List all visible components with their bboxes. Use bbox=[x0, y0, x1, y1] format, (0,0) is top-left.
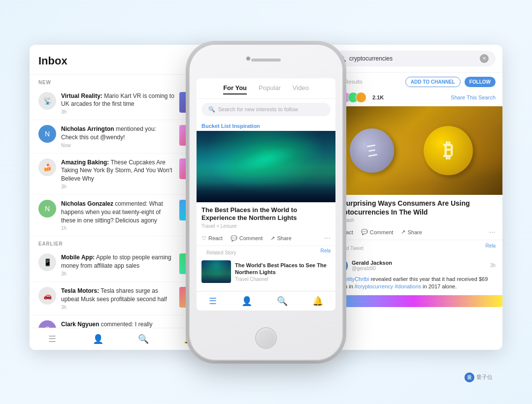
inbox-title: Inbox bbox=[38, 55, 203, 67]
share-search-link[interactable]: Share This Search bbox=[451, 94, 496, 100]
right-screen: 🔍 cryptocurrencies ✕ Best Results ADD TO… bbox=[325, 45, 502, 350]
tweet-name: Gerald Jackson bbox=[352, 260, 392, 266]
search-query-text: cryptocurrencies bbox=[349, 55, 393, 62]
phone-speaker bbox=[251, 59, 281, 62]
list-item[interactable]: 📱 Mobile App: Apple to stop people earni… bbox=[30, 249, 212, 282]
watermark-logo: 量 bbox=[465, 373, 474, 382]
share-icon: ↗ bbox=[270, 235, 275, 242]
comment-button[interactable]: 💬 Comment bbox=[231, 235, 263, 242]
react-button[interactable]: ♡ React bbox=[201, 235, 223, 242]
phone-nav-profile-icon[interactable]: 👤 bbox=[241, 296, 252, 307]
watermark-text: 量子位 bbox=[476, 373, 493, 381]
phone-card-body: The Best Places in the World to Experien… bbox=[197, 202, 335, 231]
list-item[interactable]: N Nicholas Gonzalez commented: What happ… bbox=[30, 195, 212, 236]
item-time: 3h bbox=[61, 109, 174, 115]
item-content: Virtual Reality: Mario Kart VR is coming… bbox=[61, 92, 174, 115]
phone-nav-home-icon[interactable]: ☰ bbox=[209, 296, 217, 307]
related-rela-link[interactable]: Rela bbox=[485, 243, 496, 249]
phone-search-bar[interactable]: 🔍 Search for new interests to follow bbox=[201, 103, 331, 116]
nav-inbox-icon[interactable]: ☰ bbox=[46, 333, 58, 345]
share-button[interactable]: ↗ Share bbox=[401, 229, 422, 235]
phone-search-placeholder: Search for new interests to follow bbox=[218, 106, 298, 112]
tweet-handle: @gerald90 bbox=[352, 266, 392, 271]
phone-card-title: The Best Places in the World to Experien… bbox=[201, 206, 331, 223]
comment-label: Comment bbox=[239, 235, 263, 241]
avatar: N bbox=[38, 125, 56, 143]
channel-row[interactable]: 2.1K Share This Search bbox=[325, 89, 502, 106]
item-time: 3h bbox=[61, 271, 174, 277]
avatar: 📱 bbox=[38, 253, 56, 271]
more-button[interactable]: ··· bbox=[489, 228, 496, 237]
related-link[interactable]: Rela bbox=[320, 248, 331, 256]
bitcoin-coin: ₿ bbox=[424, 126, 473, 175]
share-button[interactable]: ↗ Share bbox=[270, 235, 291, 242]
related-source: Travel Channel bbox=[235, 277, 331, 282]
list-item[interactable]: N Nicholas Arrington mentioned you: Chec… bbox=[30, 120, 212, 154]
share-label: Share bbox=[407, 229, 422, 235]
phone-camera bbox=[246, 57, 250, 61]
follow-button[interactable]: FOLLOW bbox=[465, 77, 496, 87]
item-text: Nicholas Arrington mentioned you: Check … bbox=[61, 125, 174, 142]
heart-icon: ♡ bbox=[201, 235, 206, 242]
screens-container: Inbox NEW 📡 Virtual Reality: Mario Kart … bbox=[30, 15, 502, 389]
item-content: Nicholas Gonzalez commented: What happen… bbox=[61, 200, 174, 231]
comment-button[interactable]: 💬 Comment bbox=[361, 229, 394, 235]
inbox-section-new: NEW bbox=[30, 75, 212, 87]
phone-tabs: For You Popular Video bbox=[197, 78, 335, 99]
tab-for-you[interactable]: For You bbox=[223, 84, 247, 94]
clear-search-button[interactable]: ✕ bbox=[480, 54, 489, 63]
phone-bottom-nav: ☰ 👤 🔍 🔔 bbox=[197, 291, 335, 311]
phone-screen: For You Popular Video 🔍 Search for new i… bbox=[197, 78, 335, 311]
avatar: 🚗 bbox=[38, 287, 56, 305]
related-item[interactable]: The World's Best Places to See The North… bbox=[197, 258, 335, 285]
item-content: Tesla Motors: Tesla shares surge as upbe… bbox=[61, 287, 174, 310]
right-card-actions: ♡ React 💬 Comment ↗ Share ··· bbox=[325, 225, 502, 240]
center-phone: For You Popular Video 🔍 Search for new i… bbox=[190, 45, 342, 360]
right-card-source: CoinFlash bbox=[325, 218, 502, 225]
list-item[interactable]: 📡 Virtual Reality: Mario Kart VR is comi… bbox=[30, 87, 212, 121]
left-screen: Inbox NEW 📡 Virtual Reality: Mario Kart … bbox=[30, 45, 212, 350]
list-item[interactable]: 🍰 Amazing Baking: These Cupcakes Are Tak… bbox=[30, 154, 212, 195]
silhouette bbox=[197, 183, 335, 202]
avatar: 📡 bbox=[38, 92, 56, 110]
comment-icon: 💬 bbox=[361, 229, 368, 235]
item-content: Nicholas Arrington mentioned you: Check … bbox=[61, 125, 174, 148]
react-label: React bbox=[208, 235, 223, 241]
item-time: 3h bbox=[61, 184, 174, 189]
related-title: The World's Best Places to See The North… bbox=[235, 262, 331, 276]
phone-home-button[interactable] bbox=[255, 327, 277, 349]
results-header: Best Results ADD TO CHANNEL FOLLOW bbox=[325, 73, 502, 89]
tweet-section[interactable]: 🐦 Gerald Jackson @gerald90 3h @FidelityC… bbox=[325, 254, 502, 295]
phone-card-actions: ♡ React 💬 Comment ↗ Share ··· bbox=[197, 231, 335, 246]
phone-nav-search-icon[interactable]: 🔍 bbox=[277, 296, 288, 307]
search-icon: 🔍 bbox=[208, 106, 215, 113]
item-text: Nicholas Gonzalez commented: What happen… bbox=[61, 200, 174, 224]
avatar: N bbox=[38, 200, 56, 218]
list-item[interactable]: 🚗 Tesla Motors: Tesla shares surge as up… bbox=[30, 282, 212, 315]
item-content: Amazing Baking: These Cupcakes Are Takin… bbox=[61, 158, 174, 189]
more-button[interactable]: ··· bbox=[324, 234, 331, 243]
tab-popular[interactable]: Popular bbox=[259, 84, 281, 94]
related-info: The World's Best Places to See The North… bbox=[235, 262, 331, 282]
right-search-bar: 🔍 cryptocurrencies ✕ bbox=[325, 45, 502, 73]
phone-nav-notifications-icon[interactable]: 🔔 bbox=[312, 296, 323, 307]
item-text: Amazing Baking: These Cupcakes Are Takin… bbox=[61, 158, 174, 183]
add-to-channel-button[interactable]: ADD TO CHANNEL bbox=[405, 77, 461, 87]
item-content: Mobile App: Apple to stop people earning… bbox=[61, 253, 174, 277]
item-time: Now bbox=[61, 143, 174, 148]
tweet-time: 3h bbox=[490, 263, 496, 268]
item-text: Tesla Motors: Tesla shares surge as upbe… bbox=[61, 287, 174, 304]
bottom-nav: ☰ 👤 🔍 🔔 bbox=[30, 328, 212, 350]
nav-search-icon[interactable]: 🔍 bbox=[137, 333, 149, 345]
nav-profile-icon[interactable]: 👤 bbox=[92, 333, 104, 345]
item-time: 3h bbox=[61, 305, 174, 310]
tab-video[interactable]: Video bbox=[293, 84, 309, 94]
right-search-input[interactable]: 🔍 cryptocurrencies ✕ bbox=[332, 51, 496, 66]
inbox-section-earlier: EARLIER bbox=[30, 236, 212, 249]
results-actions: ADD TO CHANNEL FOLLOW bbox=[405, 77, 496, 87]
tweet-user-info: Gerald Jackson @gerald90 bbox=[352, 260, 392, 271]
right-card-title: 21 Surprising Ways Consumers Are Using C… bbox=[325, 195, 502, 218]
item-time: 1h bbox=[61, 225, 174, 231]
related-thumbnail bbox=[201, 260, 231, 283]
item-text: Mobile App: Apple to stop people earning… bbox=[61, 253, 174, 270]
